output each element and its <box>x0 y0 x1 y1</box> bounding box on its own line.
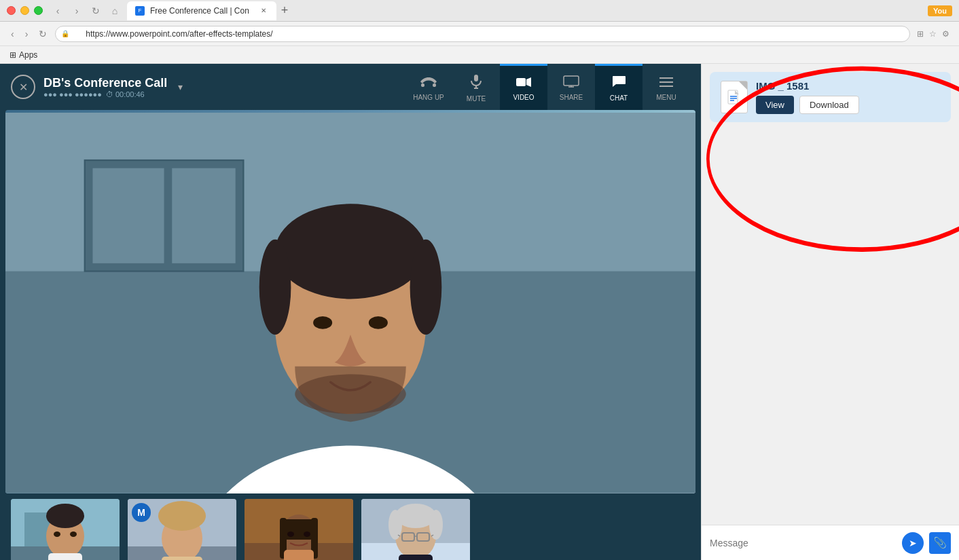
view-file-button[interactable]: View <box>756 96 794 114</box>
extension-icon: ⊞ <box>916 28 925 40</box>
participant-thumb-sam[interactable] <box>11 499 120 560</box>
paperclip-icon: 📎 <box>933 536 947 549</box>
svg-point-53 <box>388 510 402 540</box>
download-file-button[interactable]: Download <box>799 96 859 114</box>
menu-label: MENU <box>656 94 676 101</box>
user-badge: You <box>928 5 952 16</box>
reload-addr-button[interactable]: ↻ <box>36 27 50 41</box>
svg-point-23 <box>410 240 442 335</box>
file-icon <box>721 81 748 113</box>
microphone-icon <box>469 74 483 92</box>
hangup-label: HANG UP <box>413 94 444 101</box>
conference-title: DB's Conference Call <box>43 76 167 90</box>
apps-icon: ⊞ <box>10 50 16 60</box>
address-input[interactable]: 🔒 https://www.powerpoint.com/after-effec… <box>55 26 910 42</box>
hangup-button[interactable]: HANG UP <box>405 64 452 110</box>
participant-zoe: Zoe <box>245 499 353 560</box>
lock-icon: 🔒 <box>61 30 69 37</box>
svg-point-48 <box>304 531 310 537</box>
send-message-button[interactable]: ➤ <box>902 532 924 554</box>
chat-messages: IMG _ 1581 View Download <box>702 64 959 525</box>
participant-thumb-db[interactable]: M <box>128 499 236 560</box>
svg-point-31 <box>46 504 84 528</box>
share-button[interactable]: SHARE <box>547 64 595 110</box>
back-button[interactable]: ‹ <box>51 4 65 18</box>
svg-point-34 <box>70 531 77 537</box>
bookmark-apps-label: Apps <box>19 50 37 60</box>
chat-panel: IMG _ 1581 View Download ➤ 📎 <box>701 64 959 560</box>
chat-input-area: ➤ 📎 <box>702 525 959 560</box>
conference-phone: ●●● ●●● ●●●●●● <box>43 90 102 98</box>
video-button[interactable]: VIDEO <box>500 64 547 110</box>
toolbar-icons: ⊞ ☆ ⚙ <box>916 28 951 40</box>
main-speaker-video <box>5 110 695 493</box>
conference-subtitle: ●●● ●●● ●●●●●● ⏱ 00:00:46 <box>43 90 167 98</box>
video-label: VIDEO <box>513 94 534 101</box>
bookmarks-bar: ⊞ Apps <box>0 46 959 64</box>
mute-button[interactable]: MUTE <box>452 64 500 110</box>
main-video <box>5 110 695 493</box>
participant-video-daniel <box>361 499 470 560</box>
svg-rect-7 <box>564 76 579 86</box>
forward-button[interactable]: › <box>70 4 84 18</box>
conference-area: ✕ DB's Conference Call ●●● ●●● ●●●●●● ⏱ … <box>0 64 701 560</box>
active-tab[interactable]: F Free Conference Call | Con ✕ <box>127 1 276 20</box>
browser-nav: ‹ › ↻ ⌂ <box>51 4 122 18</box>
new-tab-button[interactable]: + <box>276 3 293 19</box>
svg-point-21 <box>275 204 426 299</box>
maximize-window-button[interactable] <box>34 6 43 15</box>
participants-strip: Sam M DB <box>0 493 701 560</box>
minimize-window-button[interactable] <box>20 6 29 15</box>
chat-message-input[interactable] <box>710 538 897 548</box>
chat-file-card: IMG _ 1581 View Download <box>710 72 951 122</box>
bookmark-apps[interactable]: ⊞ Apps <box>5 49 41 61</box>
svg-rect-16 <box>92 168 164 263</box>
document-icon <box>727 90 741 109</box>
participant-video-sam <box>11 499 120 560</box>
participant-badge-db: M <box>132 503 151 522</box>
close-conference-button[interactable]: ✕ <box>11 75 35 99</box>
file-actions: View Download <box>756 96 859 114</box>
svg-point-38 <box>158 501 206 531</box>
refresh-button[interactable]: ↻ <box>89 4 103 18</box>
close-window-button[interactable] <box>7 6 16 15</box>
url-text: https://www.powerpoint.com/after-effects… <box>86 29 272 39</box>
svg-rect-0 <box>421 83 424 87</box>
svg-point-24 <box>313 316 332 329</box>
svg-rect-17 <box>172 168 235 263</box>
video-icon <box>515 75 532 91</box>
file-name: IMG _ 1581 <box>756 80 859 92</box>
participant-sam: Sam <box>11 499 120 560</box>
svg-point-33 <box>54 531 60 537</box>
bookmark-star-icon[interactable]: ☆ <box>928 28 938 40</box>
hangup-icon <box>420 75 437 91</box>
svg-rect-60 <box>399 555 433 560</box>
home-button[interactable]: ⌂ <box>108 4 122 18</box>
attach-file-button[interactable]: 📎 <box>929 532 951 554</box>
share-label: SHARE <box>560 94 583 101</box>
participant-thumb-zoe[interactable] <box>245 499 353 560</box>
menu-icon <box>659 75 674 91</box>
tab-close-button[interactable]: ✕ <box>259 6 268 16</box>
conference-timer: ⏱ 00:00:46 <box>106 90 145 98</box>
menu-button[interactable]: MENU <box>643 64 690 110</box>
participant-video-zoe <box>245 499 353 560</box>
svg-rect-1 <box>433 83 436 87</box>
chevron-down-icon[interactable]: ▾ <box>178 81 183 92</box>
tab-favicon: F <box>135 6 145 16</box>
conference-header: ✕ DB's Conference Call ●●● ●●● ●●●●●● ⏱ … <box>0 64 701 110</box>
address-bar: ‹ › ↻ 🔒 https://www.powerpoint.com/after… <box>0 22 959 46</box>
participant-daniel: Daniel <box>361 499 470 560</box>
forward-addr-button[interactable]: › <box>22 27 31 41</box>
browser-titlebar: ‹ › ↻ ⌂ F Free Conference Call | Con ✕ +… <box>0 0 959 22</box>
back-addr-button[interactable]: ‹ <box>8 27 17 41</box>
svg-rect-2 <box>474 75 478 81</box>
svg-point-54 <box>429 510 443 540</box>
participant-thumb-daniel[interactable] <box>361 499 470 560</box>
settings-icon[interactable]: ⚙ <box>941 28 951 40</box>
svg-marker-6 <box>526 77 531 87</box>
traffic-lights <box>7 6 43 15</box>
chat-button[interactable]: CHAT <box>595 64 643 110</box>
chat-label: CHAT <box>610 94 628 102</box>
main-video-background <box>5 110 695 493</box>
